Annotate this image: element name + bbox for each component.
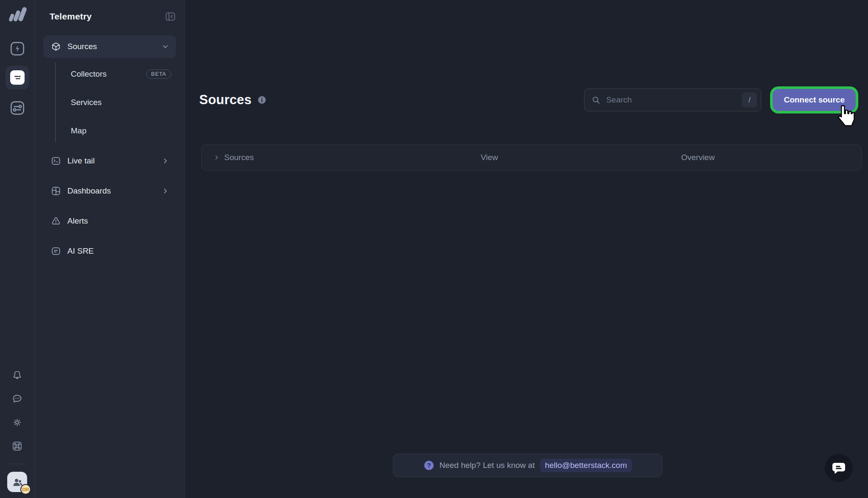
account-avatar[interactable]: DR: [7, 472, 27, 492]
sidebar-item-services[interactable]: Services: [43, 91, 176, 114]
sidebar-item-alerts[interactable]: Alerts: [43, 210, 176, 232]
help-email-link[interactable]: hello@betterstack.com: [540, 459, 632, 472]
sidebar-item-sources[interactable]: Sources: [43, 35, 176, 58]
logs-lines-glyph: [12, 72, 23, 83]
command-key-icon: [11, 440, 23, 452]
uptime-nav-button[interactable]: [8, 39, 27, 58]
sidebar-item-label: Alerts: [67, 216, 88, 226]
feedback-chat-button[interactable]: [9, 390, 26, 407]
sources-subnav: Collectors BETA Services Map: [43, 63, 176, 142]
chat-bubble-icon: [831, 460, 846, 476]
workspace-rail: DR: [0, 0, 35, 498]
chevron-down-icon: [161, 43, 169, 50]
sidebar-header: Telemetry: [35, 0, 184, 24]
question-circle-icon: ?: [423, 460, 434, 471]
header-actions: / Connect source: [584, 89, 856, 111]
chevron-right-icon: [161, 157, 169, 165]
sidebar-item-label: Live tail: [67, 156, 95, 166]
collapse-sidebar-button[interactable]: [164, 10, 177, 23]
help-bar: ? Need help? Let us know at hello@better…: [393, 454, 662, 477]
chevron-right-icon: [161, 187, 169, 195]
user-initials-badge: DR: [20, 484, 31, 495]
sidebar-item-label: Sources: [67, 42, 97, 51]
sidebar-item-label: Services: [71, 98, 102, 107]
sidebar-title: Telemetry: [50, 11, 92, 22]
sun-icon: [11, 417, 23, 428]
sliders-icon: [9, 100, 26, 116]
sidebar-item-live-tail[interactable]: Live tail: [43, 149, 176, 172]
sidebar-item-dashboards[interactable]: Dashboards: [43, 180, 176, 202]
support-chat-fab[interactable]: [825, 454, 853, 482]
sidebar-item-label: Dashboards: [67, 186, 111, 196]
betterstack-logo-icon[interactable]: [8, 6, 27, 24]
search-shortcut-key: /: [742, 92, 757, 108]
rail-divider: [8, 464, 27, 464]
spacer: [35, 142, 184, 149]
beta-badge: BETA: [146, 69, 171, 79]
chevron-right-icon: [213, 154, 220, 161]
help-text: Need help? Let us know at: [440, 461, 535, 470]
sidebar-item-ai-sre[interactable]: AI SRE: [43, 240, 176, 263]
info-icon[interactable]: [257, 95, 267, 105]
svg-text:?: ?: [427, 462, 431, 469]
search-box[interactable]: /: [584, 89, 761, 111]
sidebar-item-label: AI SRE: [67, 246, 94, 256]
bell-icon: [11, 369, 23, 381]
title-wrap: Sources: [199, 92, 267, 108]
app-root: DR Telemetry Sources: [0, 0, 868, 498]
notifications-button[interactable]: [9, 366, 26, 383]
sidebar-item-collectors[interactable]: Collectors BETA: [43, 63, 176, 86]
telemetry-nav-button-active[interactable]: [6, 66, 29, 89]
page-title: Sources: [199, 92, 252, 108]
theme-toggle-button[interactable]: [9, 414, 26, 431]
search-icon: [591, 95, 601, 105]
sidebar-item-label: Collectors: [71, 69, 106, 79]
column-header-sources: Sources: [224, 153, 254, 162]
sidebar-item-map[interactable]: Map: [43, 119, 176, 142]
lightning-bolt-icon: [9, 40, 26, 57]
table-group-sources[interactable]: Sources: [202, 153, 481, 162]
column-header-view: View: [481, 153, 681, 162]
alert-triangle-icon: [51, 216, 61, 226]
keyboard-shortcuts-button[interactable]: [9, 437, 26, 454]
logs-icon: [10, 70, 25, 85]
betterstack-logo-glyph: [8, 6, 27, 24]
connect-source-button[interactable]: Connect source: [773, 89, 856, 111]
chat-dots-icon: [11, 393, 23, 404]
telemetry-sidebar: Telemetry Sources: [35, 0, 185, 498]
page-header: Sources / Connect source: [199, 87, 856, 113]
rail-bottom-group: DR: [7, 366, 27, 498]
layout-grid-icon: [51, 186, 61, 196]
message-lines-icon: [51, 246, 61, 256]
package-cube-icon: [51, 42, 61, 52]
sidebar-item-label: Map: [71, 126, 86, 136]
column-header-overview: Overview: [681, 153, 861, 162]
terminal-icon: [51, 156, 61, 166]
search-input[interactable]: [605, 95, 737, 105]
admin-sliders-nav-button[interactable]: [8, 99, 27, 117]
panel-collapse-icon: [164, 10, 177, 23]
sources-table-header: Sources View Overview: [201, 144, 862, 171]
